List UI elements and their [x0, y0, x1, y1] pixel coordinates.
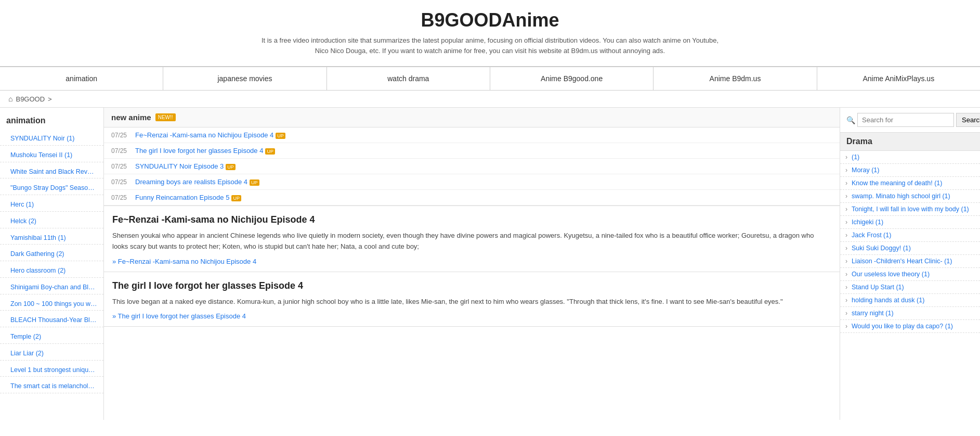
sidebar-item[interactable]: SYNDUALITY Noir (1): [0, 132, 103, 146]
article-more-link[interactable]: The girl I love forgot her glasses Episo…: [112, 312, 246, 320]
home-icon: ⌂: [8, 95, 12, 103]
site-description: It is a free video introduction site tha…: [256, 35, 724, 56]
drama-heading: Drama: [840, 133, 980, 151]
breadcrumb-label: B9GOOD: [16, 95, 45, 103]
breadcrumb: ⌂ B9GOOD >: [0, 91, 980, 108]
right-sidebar: 🔍 Search Drama (1)Moray (1)Know the mean…: [840, 108, 980, 420]
drama-item[interactable]: swamp. Minato high school girl (1): [840, 190, 980, 202]
drama-item[interactable]: Suki Suki Doggy! (1): [840, 242, 980, 254]
drama-item[interactable]: starry night (1): [840, 307, 980, 319]
sidebar-item[interactable]: Zon 100 ~ 100 things you want to do befo…: [0, 298, 103, 311]
drama-item[interactable]: Know the meaning of death! (1): [840, 177, 980, 189]
breadcrumb-separator: >: [48, 95, 52, 103]
sidebar-item[interactable]: Shinigami Boy-chan and Black Maid (1): [0, 281, 103, 294]
up-badge: UP: [265, 148, 275, 155]
sidebar-item[interactable]: Hero classroom (2): [0, 264, 103, 278]
up-badge: UP: [250, 179, 259, 186]
nav-item-animation[interactable]: animation: [0, 67, 163, 90]
article-body: Shensen youkai who appear in ancient Chi…: [112, 230, 831, 252]
up-badge: UP: [226, 164, 236, 170]
new-anime-item: 07/25Fe~Renzai -Kami-sama no Nichijou Ep…: [104, 127, 840, 143]
sidebar-list: SYNDUALITY Noir (1)Mushoku Tensei II (1)…: [0, 131, 103, 395]
new-anime-link[interactable]: SYNDUALITY Noir Episode 3UP: [135, 162, 236, 170]
article-more-link[interactable]: Fe~Renzai -Kami-sama no Nichijou Episode…: [112, 258, 256, 265]
drama-item[interactable]: Our useless love theory (1): [840, 268, 980, 280]
drama-item[interactable]: Jack Frost (1): [840, 229, 980, 241]
new-anime-link[interactable]: Funny Reincarnation Episode 5UP: [135, 194, 241, 201]
drama-item[interactable]: Liaison -Children's Heart Clinic- (1): [840, 255, 980, 267]
sidebar-item[interactable]: Dark Gathering (2): [0, 248, 103, 261]
search-icon: 🔍: [846, 113, 855, 127]
sidebar-item[interactable]: Temple (2): [0, 330, 103, 344]
new-anime-link[interactable]: The girl I love forgot her glasses Episo…: [135, 147, 275, 155]
sidebar-item[interactable]: Mushoku Tensei II (1): [0, 149, 103, 162]
drama-item[interactable]: Tonight, I will fall in love with my bod…: [840, 203, 980, 215]
main-content: new anime NEW!! 07/25Fe~Renzai -Kami-sam…: [104, 108, 840, 420]
new-anime-item: 07/25The girl I love forgot her glasses …: [104, 143, 840, 159]
new-anime-section: new anime NEW!! 07/25Fe~Renzai -Kami-sam…: [104, 108, 840, 206]
new-anime-header: new anime NEW!!: [104, 108, 840, 127]
sidebar-item[interactable]: White Saint and Black Reverend (2): [0, 165, 103, 179]
sidebar-item[interactable]: The smart cat is melancholy today (2): [0, 380, 103, 393]
new-anime-date: 07/25: [111, 178, 131, 186]
new-anime-date: 07/25: [111, 163, 131, 170]
nav-item-japanese-movies[interactable]: japanese movies: [163, 67, 326, 90]
search-box: 🔍 Search: [840, 108, 980, 133]
sidebar-item[interactable]: BLEACH Thousand-Year Blood War Arc -F...: [0, 314, 103, 327]
drama-item[interactable]: Would you like to play da capo? (1): [840, 320, 980, 332]
nav-item-watch-drama[interactable]: watch drama: [327, 67, 490, 90]
main-navigation: animationjapanese movieswatch dramaAnime…: [0, 67, 980, 91]
new-anime-link[interactable]: Fe~Renzai -Kami-sama no Nichijou Episode…: [135, 131, 285, 139]
sidebar-item[interactable]: Yamishibai 11th (1): [0, 232, 103, 245]
search-button[interactable]: Search: [956, 113, 980, 127]
site-title: B9GOODAnime: [5, 9, 975, 31]
search-input[interactable]: [857, 113, 954, 127]
up-badge: UP: [231, 195, 241, 201]
drama-item[interactable]: Stand Up Start (1): [840, 281, 980, 293]
sidebar-item[interactable]: Herc (1): [0, 198, 103, 212]
nav-item-anime-b9good.one[interactable]: Anime B9good.one: [490, 67, 654, 90]
site-header: B9GOODAnime It is a free video introduct…: [0, 0, 980, 91]
new-anime-item: 07/25SYNDUALITY Noir Episode 3UP: [104, 159, 840, 174]
drama-item[interactable]: (1): [840, 151, 980, 163]
article: Fe~Renzai -Kami-sama no Nichijou Episode…: [104, 206, 840, 272]
article-title: Fe~Renzai -Kami-sama no Nichijou Episode…: [112, 214, 831, 225]
nav-item-anime-animixplays.us[interactable]: Anime AniMixPlays.us: [817, 67, 980, 90]
new-anime-date: 07/25: [111, 194, 131, 201]
sidebar-item[interactable]: "Bungo Stray Dogs" Season 5 (2): [0, 182, 103, 195]
drama-item[interactable]: holding hands at dusk (1): [840, 294, 980, 306]
drama-list: (1)Moray (1)Know the meaning of death! (…: [840, 151, 980, 333]
sidebar-item[interactable]: Helck (2): [0, 215, 103, 228]
new-anime-link[interactable]: Dreaming boys are realists Episode 4UP: [135, 178, 259, 186]
drama-item[interactable]: Ichigeki (1): [840, 216, 980, 228]
new-anime-badge: NEW!!: [155, 113, 176, 121]
sidebar-item[interactable]: Level 1 but strongest unique skill (2): [0, 364, 103, 377]
drama-section: Drama (1)Moray (1)Know the meaning of de…: [840, 133, 980, 333]
page-layout: animation SYNDUALITY Noir (1)Mushoku Ten…: [0, 108, 980, 420]
new-anime-item: 07/25Funny Reincarnation Episode 5UP: [104, 190, 840, 206]
new-anime-title: new anime: [111, 113, 151, 122]
article-title: The girl I love forgot her glasses Episo…: [112, 280, 831, 291]
left-sidebar: animation SYNDUALITY Noir (1)Mushoku Ten…: [0, 108, 104, 420]
articles-container: Fe~Renzai -Kami-sama no Nichijou Episode…: [104, 206, 840, 327]
new-anime-item: 07/25Dreaming boys are realists Episode …: [104, 174, 840, 190]
new-anime-date: 07/25: [111, 132, 131, 139]
new-anime-list: 07/25Fe~Renzai -Kami-sama no Nichijou Ep…: [104, 127, 840, 206]
up-badge: UP: [276, 133, 285, 139]
article-body: This love began at a naked eye distance.…: [112, 297, 831, 307]
sidebar-item[interactable]: Liar Liar (2): [0, 347, 103, 361]
nav-item-anime-b9dm.us[interactable]: Anime B9dm.us: [654, 67, 817, 90]
drama-item[interactable]: Moray (1): [840, 164, 980, 176]
sidebar-heading: animation: [0, 113, 103, 131]
new-anime-date: 07/25: [111, 147, 131, 155]
article: The girl I love forgot her glasses Episo…: [104, 272, 840, 327]
